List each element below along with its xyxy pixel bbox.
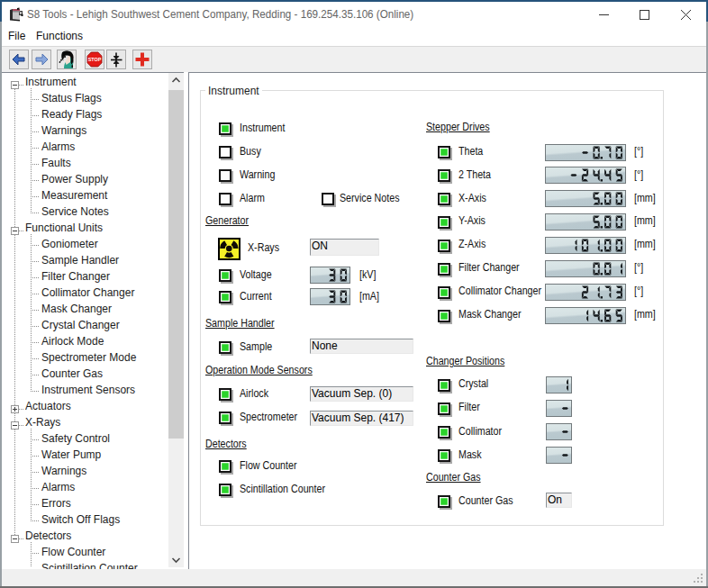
svg-text:STOP: STOP <box>88 57 102 62</box>
